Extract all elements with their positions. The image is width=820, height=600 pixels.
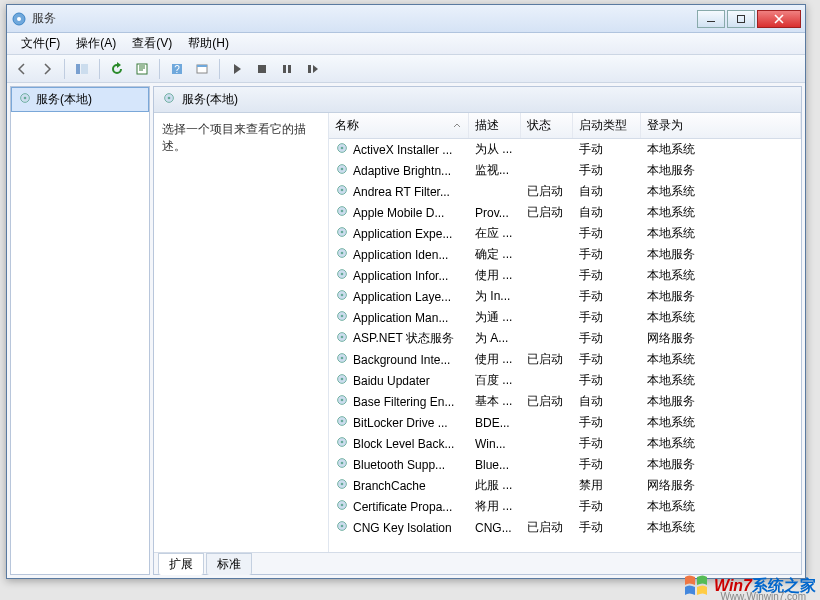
cell-desc: 为 In...: [469, 288, 521, 305]
cell-desc: 基本 ...: [469, 393, 521, 410]
table-row[interactable]: Certificate Propa...将用 ...手动本地系统: [329, 496, 801, 517]
cell-logon: 本地服务: [641, 456, 801, 473]
cell-name: Andrea RT Filter...: [329, 183, 469, 200]
cell-logon: 本地系统: [641, 372, 801, 389]
help-button[interactable]: ?: [166, 58, 188, 80]
table-row[interactable]: CNG Key IsolationCNG...已启动手动本地系统: [329, 517, 801, 538]
services-list[interactable]: 名称 描述 状态 启动类型 登录为 ActiveX Installer ...为…: [329, 113, 801, 552]
menu-help[interactable]: 帮助(H): [180, 33, 237, 54]
svg-point-52: [341, 504, 344, 507]
gear-icon: [335, 225, 349, 242]
cell-logon: 本地系统: [641, 225, 801, 242]
gear-icon: [335, 393, 349, 410]
table-row[interactable]: ASP.NET 状态服务为 A...手动网络服务: [329, 328, 801, 349]
cell-startup: 手动: [573, 372, 641, 389]
gear-icon: [335, 246, 349, 263]
cell-name: Application Infor...: [329, 267, 469, 284]
table-row[interactable]: Base Filtering En...基本 ...已启动自动本地服务: [329, 391, 801, 412]
cell-logon: 本地服务: [641, 393, 801, 410]
titlebar[interactable]: 服务: [7, 5, 805, 33]
table-row[interactable]: Bluetooth Supp...Blue...手动本地服务: [329, 454, 801, 475]
column-header-status[interactable]: 状态: [521, 113, 573, 138]
menu-view[interactable]: 查看(V): [124, 33, 180, 54]
table-row[interactable]: Application Laye...为 In...手动本地服务: [329, 286, 801, 307]
properties-button[interactable]: [191, 58, 213, 80]
cell-logon: 本地服务: [641, 288, 801, 305]
right-pane: 服务(本地) 选择一个项目来查看它的描述。 名称 描述 状态 启动类型 登录为 …: [153, 86, 802, 575]
gear-icon: [335, 204, 349, 221]
start-service-button[interactable]: [226, 58, 248, 80]
gear-icon: [335, 351, 349, 368]
column-header-name[interactable]: 名称: [329, 113, 469, 138]
table-row[interactable]: Apple Mobile D...Prov...已启动自动本地系统: [329, 202, 801, 223]
cell-desc: 使用 ...: [469, 351, 521, 368]
column-header-startup[interactable]: 启动类型: [573, 113, 641, 138]
menubar: 文件(F) 操作(A) 查看(V) 帮助(H): [7, 33, 805, 55]
cell-logon: 本地系统: [641, 414, 801, 431]
table-row[interactable]: Block Level Back...Win...手动本地系统: [329, 433, 801, 454]
gear-icon: [162, 91, 176, 108]
svg-rect-12: [308, 65, 311, 73]
cell-startup: 手动: [573, 456, 641, 473]
nav-back-button[interactable]: [11, 58, 33, 80]
cell-logon: 网络服务: [641, 330, 801, 347]
cell-desc: 为通 ...: [469, 309, 521, 326]
column-header-desc[interactable]: 描述: [469, 113, 521, 138]
cell-name: Bluetooth Supp...: [329, 456, 469, 473]
cell-logon: 本地服务: [641, 246, 801, 263]
cell-logon: 本地系统: [641, 141, 801, 158]
table-row[interactable]: Application Man...为通 ...手动本地系统: [329, 307, 801, 328]
table-row[interactable]: Adaptive Brightn...监视...手动本地服务: [329, 160, 801, 181]
maximize-button[interactable]: [727, 10, 755, 28]
show-hide-tree-button[interactable]: [71, 58, 93, 80]
table-row[interactable]: Application Infor...使用 ...手动本地系统: [329, 265, 801, 286]
cell-startup: 手动: [573, 225, 641, 242]
menu-file[interactable]: 文件(F): [13, 33, 68, 54]
tab-standard[interactable]: 标准: [206, 553, 252, 575]
table-row[interactable]: Background Inte...使用 ...已启动手动本地系统: [329, 349, 801, 370]
menu-action[interactable]: 操作(A): [68, 33, 124, 54]
gear-icon: [18, 91, 32, 108]
svg-point-28: [341, 252, 344, 255]
cell-startup: 自动: [573, 204, 641, 221]
table-row[interactable]: ActiveX Installer ...为从 ...手动本地系统: [329, 139, 801, 160]
close-button[interactable]: [757, 10, 801, 28]
table-row[interactable]: Baidu Updater百度 ...手动本地系统: [329, 370, 801, 391]
table-row[interactable]: Andrea RT Filter...已启动自动本地系统: [329, 181, 801, 202]
gear-icon: [335, 162, 349, 179]
toolbar: ?: [7, 55, 805, 83]
gear-icon: [335, 183, 349, 200]
nav-forward-button[interactable]: [36, 58, 58, 80]
cell-startup: 手动: [573, 309, 641, 326]
cell-name: Apple Mobile D...: [329, 204, 469, 221]
table-row[interactable]: Application Iden...确定 ...手动本地服务: [329, 244, 801, 265]
tree-item-services-local[interactable]: 服务(本地): [11, 87, 149, 112]
gear-icon: [335, 309, 349, 326]
table-row[interactable]: Application Expe...在应 ...手动本地系统: [329, 223, 801, 244]
table-row[interactable]: BranchCache此服 ...禁用网络服务: [329, 475, 801, 496]
minimize-button[interactable]: [697, 10, 725, 28]
svg-rect-10: [283, 65, 286, 73]
cell-status: 已启动: [521, 519, 573, 536]
cell-status: 已启动: [521, 183, 573, 200]
export-button[interactable]: [131, 58, 153, 80]
cell-name: CNG Key Isolation: [329, 519, 469, 536]
cell-startup: 手动: [573, 435, 641, 452]
pause-service-button[interactable]: [276, 58, 298, 80]
app-icon: [11, 11, 27, 27]
table-row[interactable]: BitLocker Drive ...BDE...手动本地系统: [329, 412, 801, 433]
stop-service-button[interactable]: [251, 58, 273, 80]
refresh-button[interactable]: [106, 58, 128, 80]
restart-service-button[interactable]: [301, 58, 323, 80]
svg-rect-9: [258, 65, 266, 73]
toolbar-separator: [219, 59, 220, 79]
cell-name: Application Expe...: [329, 225, 469, 242]
cell-name: Block Level Back...: [329, 435, 469, 452]
tree-pane[interactable]: 服务(本地): [10, 86, 150, 575]
column-header-logon[interactable]: 登录为: [641, 113, 801, 138]
toolbar-separator: [64, 59, 65, 79]
svg-point-50: [341, 483, 344, 486]
cell-logon: 本地系统: [641, 183, 801, 200]
svg-point-16: [168, 97, 171, 100]
tab-extended[interactable]: 扩展: [158, 553, 204, 575]
